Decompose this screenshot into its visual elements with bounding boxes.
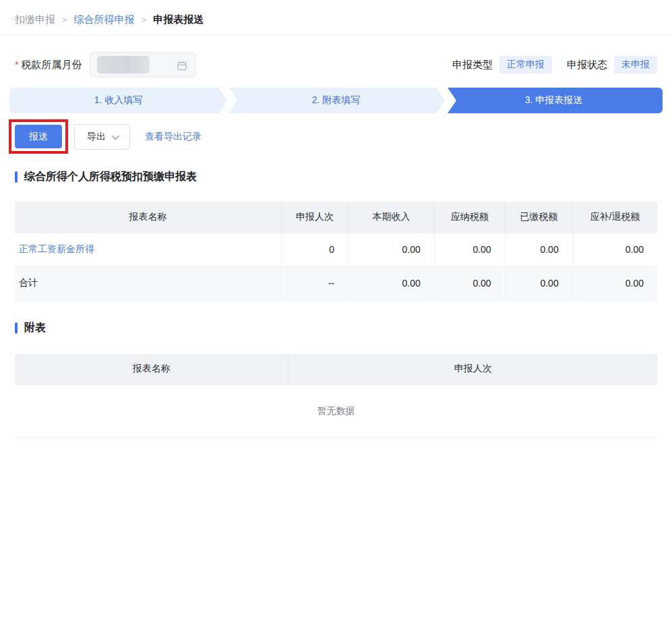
tax-month-field-group: * 税款所属月份 xyxy=(15,52,196,78)
appendix-empty-row: 暂无数据 xyxy=(15,385,657,438)
main-report-table: 报表名称 申报人次 本期收入 应纳税额 已缴税额 应补/退税额 正常工资薪金所得… xyxy=(15,202,657,301)
declare-type-pair: 申报类型 正常申报 xyxy=(452,56,552,73)
cell-payable: 0.00 xyxy=(434,233,505,266)
cell-income-total: 0.00 xyxy=(348,266,435,300)
step-income-entry[interactable]: 1. 收入填写 xyxy=(9,88,227,113)
breadcrumb: 扣缴申报 > 综合所得申报 > 申报表报送 xyxy=(0,0,672,36)
toolbar: 报送 导出 查看导出记录 xyxy=(9,119,672,154)
declare-status-label: 申报状态 xyxy=(567,59,607,71)
step-appendix-entry[interactable]: 2. 附表填写 xyxy=(227,88,445,113)
declare-status-pair: 申报状态 未申报 xyxy=(567,56,657,73)
tax-month-label: 税款所属月份 xyxy=(21,59,82,71)
main-report-section-title: 综合所得个人所得税预扣预缴申报表 xyxy=(15,170,657,184)
appendix-header-declared-persons: 申报人次 xyxy=(288,354,657,385)
redacted-month-value xyxy=(97,56,150,73)
header-tax-payable: 应纳税额 xyxy=(434,202,505,233)
header-declared-persons: 申报人次 xyxy=(282,202,348,233)
appendix-header-report-name: 报表名称 xyxy=(15,354,288,385)
cell-income: 0.00 xyxy=(348,233,435,266)
header-current-income: 本期收入 xyxy=(348,202,435,233)
appendix-section-title: 附表 xyxy=(15,321,657,335)
header-tax-due-refund: 应补/退税额 xyxy=(572,202,657,233)
main-report-title-text: 综合所得个人所得税预扣预缴申报表 xyxy=(24,170,197,184)
red-highlight-annotation: 报送 xyxy=(9,119,68,154)
breadcrumb-separator-icon: > xyxy=(142,15,147,25)
table-row-normal-salary: 正常工资薪金所得 0 0.00 0.00 0.00 0.00 xyxy=(15,233,657,266)
cell-payable-total: 0.00 xyxy=(434,266,505,300)
declare-status-badge: 未申报 xyxy=(614,56,657,73)
breadcrumb-item-current-page: 申报表报送 xyxy=(153,13,204,26)
form-status-row: * 税款所属月份 申报类型 正常申报 申报状态 未申报 xyxy=(15,52,657,78)
appendix-header-row: 报表名称 申报人次 xyxy=(15,354,657,385)
cell-paid: 0.00 xyxy=(505,233,572,266)
section-accent-bar xyxy=(15,171,18,183)
appendix-table: 报表名称 申报人次 暂无数据 xyxy=(15,354,657,438)
breadcrumb-item-comprehensive-income[interactable]: 综合所得申报 xyxy=(74,13,135,26)
breadcrumb-item-withholding[interactable]: 扣缴申报 xyxy=(15,13,55,26)
required-asterisk: * xyxy=(15,59,18,70)
section-accent-bar xyxy=(15,322,18,334)
header-report-name: 报表名称 xyxy=(15,202,282,233)
cell-due-refund: 0.00 xyxy=(572,233,657,266)
step-report-submit-active[interactable]: 3. 申报表报送 xyxy=(445,88,663,113)
declaration-status-group: 申报类型 正常申报 申报状态 未申报 xyxy=(452,56,657,73)
chevron-down-icon xyxy=(112,131,119,139)
breadcrumb-separator-icon: > xyxy=(62,15,67,25)
calendar-icon[interactable] xyxy=(177,60,187,73)
total-label: 合计 xyxy=(15,266,282,300)
submit-button[interactable]: 报送 xyxy=(15,125,62,148)
appendix-title-text: 附表 xyxy=(24,321,46,335)
export-button-label: 导出 xyxy=(87,131,106,143)
cell-due-refund-total: 0.00 xyxy=(572,266,657,300)
main-table-header-row: 报表名称 申报人次 本期收入 应纳税额 已缴税额 应补/退税额 xyxy=(15,202,657,233)
tax-month-input[interactable] xyxy=(90,52,196,78)
header-tax-paid: 已缴税额 xyxy=(505,202,572,233)
cell-persons-total: -- xyxy=(282,266,348,300)
view-export-records-link[interactable]: 查看导出记录 xyxy=(145,131,202,143)
step-indicator: 1. 收入填写 2. 附表填写 3. 申报表报送 xyxy=(9,88,663,113)
cell-persons: 0 xyxy=(282,233,348,266)
declare-type-badge: 正常申报 xyxy=(499,56,552,73)
report-link-normal-salary[interactable]: 正常工资薪金所得 xyxy=(19,243,94,254)
cell-paid-total: 0.00 xyxy=(505,266,572,300)
declare-type-label: 申报类型 xyxy=(452,59,493,71)
export-dropdown-button[interactable]: 导出 xyxy=(74,124,130,150)
table-row-total: 合计 -- 0.00 0.00 0.00 0.00 xyxy=(15,266,657,300)
empty-state-text: 暂无数据 xyxy=(15,385,657,438)
